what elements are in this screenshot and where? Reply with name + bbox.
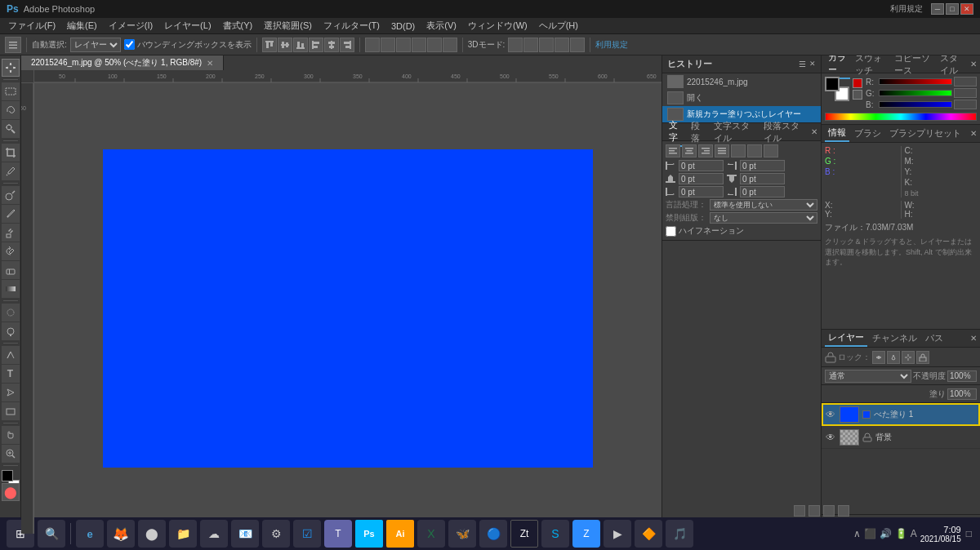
tray-network[interactable]: ⬛ — [864, 528, 876, 539]
status-icon4[interactable] — [838, 505, 849, 517]
menu-window[interactable]: ウィンドウ(W) — [463, 18, 532, 33]
bounding-box-checkbox[interactable]: バウンディングボックスを表示 — [124, 39, 252, 51]
taskbar-settings[interactable]: ⚙ — [262, 520, 290, 548]
menu-3d[interactable]: 3D(D) — [386, 20, 420, 33]
g-slider[interactable] — [879, 90, 952, 96]
menu-select[interactable]: 選択範囲(S) — [259, 18, 317, 33]
b-slider[interactable] — [879, 101, 952, 108]
tray-notifications[interactable]: □ — [964, 526, 973, 541]
taskbar-ps[interactable]: Ps — [355, 520, 383, 548]
shape-tool[interactable] — [2, 402, 20, 420]
info-panel-close[interactable]: ✕ — [970, 129, 977, 138]
align-right-btn[interactable] — [340, 38, 354, 52]
tab-paragraph[interactable]: 段落 — [688, 118, 708, 146]
history-item-0[interactable]: 22015246_m.jpg — [662, 73, 821, 90]
dist-top-btn[interactable] — [365, 38, 380, 52]
taskbar-firefox[interactable]: 🦊 — [107, 520, 135, 548]
align-vcenter-btn[interactable] — [278, 38, 292, 52]
g-input[interactable] — [954, 88, 977, 98]
bounding-box-input[interactable] — [124, 39, 135, 50]
hand-tool[interactable] — [2, 426, 20, 444]
text-justify-btn[interactable] — [715, 144, 729, 157]
tab-info[interactable]: 情報 — [825, 125, 849, 142]
tab-para-style[interactable]: 段落スタイル — [760, 118, 809, 146]
hyphen-input[interactable] — [666, 226, 676, 237]
text-btn5[interactable] — [731, 144, 746, 157]
tab-brush[interactable]: ブラシ — [851, 126, 884, 141]
menu-image[interactable]: イメージ(I) — [104, 18, 158, 33]
canvas-tab[interactable]: 22015246_m.jpg @ 50% (べた塗り 1, RGB/8#) ✕ — [21, 55, 224, 70]
gamut-warning[interactable] — [853, 78, 862, 88]
auto-select-dropdown[interactable]: レイヤー — [70, 38, 121, 52]
opacity-input[interactable] — [947, 370, 977, 382]
taskbar-todo[interactable]: ☑ — [293, 520, 321, 548]
utility-button[interactable]: 利用規定 — [890, 3, 923, 15]
foreground-color-box[interactable] — [2, 470, 13, 481]
tab-color[interactable]: カラー — [825, 55, 850, 79]
3d-btn5[interactable] — [570, 38, 585, 52]
magic-wand-tool[interactable] — [2, 120, 20, 138]
maximize-button[interactable]: □ — [946, 3, 959, 15]
tab-paths[interactable]: パス — [922, 330, 947, 346]
lasso-tool[interactable] — [2, 101, 20, 119]
taskbar-blue[interactable]: 🔵 — [479, 520, 507, 548]
close-button[interactable]: ✕ — [960, 3, 973, 15]
move-tool[interactable] — [2, 59, 20, 77]
ps-status-icon[interactable]: ⬤ — [2, 483, 20, 501]
align-bottom-btn[interactable] — [293, 38, 308, 52]
space-after-input[interactable] — [740, 173, 785, 184]
tab-layers[interactable]: レイヤー — [825, 330, 867, 347]
indent-right-input[interactable] — [740, 160, 785, 171]
indent-first-input[interactable] — [679, 186, 724, 197]
tab-char-style[interactable]: 文字スタイル — [710, 118, 760, 146]
language-select[interactable]: 標準を使用しない — [710, 199, 817, 211]
taskbar-ai[interactable]: Ai — [386, 520, 414, 548]
zoom-tool[interactable] — [2, 445, 20, 463]
history-item-1[interactable]: 開く — [662, 90, 821, 106]
dist-left-btn[interactable] — [412, 38, 426, 52]
tray-volume[interactable]: 🔊 — [880, 528, 892, 539]
taskbar-butterfly[interactable]: 🦋 — [448, 520, 476, 548]
tool-options-icon[interactable] — [5, 37, 21, 53]
status-icon2[interactable] — [808, 505, 820, 517]
tab-copy-source[interactable]: コピーソース — [891, 55, 935, 78]
fill-input[interactable] — [947, 388, 977, 400]
spot-heal-tool[interactable] — [2, 186, 20, 204]
align-left-btn[interactable] — [309, 38, 323, 52]
kinsoku-select[interactable]: なし — [710, 212, 817, 224]
layers-panel-close[interactable]: ✕ — [970, 334, 977, 343]
3d-btn3[interactable] — [539, 38, 554, 52]
taskbar-skype[interactable]: S — [541, 520, 569, 548]
menu-format[interactable]: 書式(Y) — [218, 18, 258, 33]
indent-left-input[interactable] — [679, 160, 724, 171]
text-btn6[interactable] — [747, 144, 762, 157]
align-top-btn[interactable] — [262, 38, 277, 52]
tab-character[interactable]: 文字 — [666, 118, 686, 147]
hyphen-checkbox[interactable]: ハイフネーション — [666, 225, 817, 237]
blur-tool[interactable] — [2, 304, 20, 322]
dist-vcenter-btn[interactable] — [381, 38, 395, 52]
layer-row-0[interactable]: 👁 べた塗り 1 — [822, 403, 980, 426]
taskbar-folder[interactable]: 📁 — [169, 520, 197, 548]
layer-eye-0[interactable]: 👁 — [825, 409, 836, 420]
dist-hcenter-btn[interactable] — [427, 38, 442, 52]
b-input[interactable] — [954, 100, 977, 109]
taskbar-zoom[interactable]: Z — [572, 520, 600, 548]
tab-close-icon[interactable]: ✕ — [207, 59, 213, 68]
fg-bg-boxes[interactable] — [825, 77, 849, 101]
indent-last-input[interactable] — [740, 186, 785, 197]
dist-right-btn[interactable] — [443, 38, 457, 52]
text-panel-close[interactable]: ✕ — [811, 127, 817, 136]
menu-view[interactable]: 表示(V) — [421, 18, 461, 33]
crop-tool[interactable] — [2, 144, 20, 162]
color-spectrum-bar[interactable] — [825, 113, 977, 121]
status-icon1[interactable] — [794, 505, 805, 517]
text-btn7[interactable] — [764, 144, 778, 157]
lock-pos-btn[interactable] — [902, 351, 915, 364]
clone-tool[interactable] — [2, 224, 20, 242]
tray-battery[interactable]: 🔋 — [895, 528, 907, 539]
menu-edit[interactable]: 編集(E) — [62, 18, 102, 33]
text-align-left-btn[interactable] — [666, 144, 680, 157]
lock-trans-btn[interactable] — [872, 351, 885, 364]
dist-bottom-btn[interactable] — [396, 38, 411, 52]
